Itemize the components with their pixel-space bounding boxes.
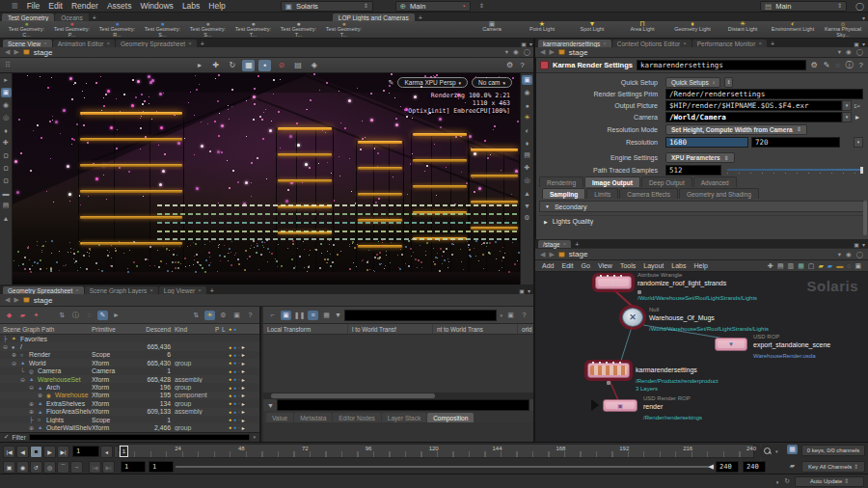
resolution-mode-button[interactable]: Set Height, Compute Width from Camera⇕ <box>665 124 807 135</box>
audio-icon[interactable]: ◉ <box>16 461 29 474</box>
gear-icon[interactable]: ⚙ <box>810 61 819 69</box>
grid-icon[interactable]: ▢ <box>808 262 815 270</box>
shelf-tool[interactable]: ● Test Geometry: T... <box>231 21 276 38</box>
viewport-tool-icon[interactable]: ✚ <box>209 60 222 71</box>
spreadsheet-tab[interactable]: Layer Stack <box>382 413 426 422</box>
expander-icon[interactable]: ⊕ <box>38 392 44 398</box>
range-start-icon[interactable]: |◀ <box>89 461 101 474</box>
visible-toggle-icon[interactable]: ● <box>229 352 231 358</box>
pane-menu-icon[interactable]: ▾ <box>862 241 865 248</box>
viewport-side-icon[interactable]: Ω <box>1 176 12 185</box>
shelf-tool[interactable]: ● Test Geometry: C... <box>4 21 49 38</box>
visible-toggle-icon[interactable]: ● <box>229 393 231 398</box>
pane-tab[interactable]: Log Viewer× <box>159 286 206 294</box>
export-icon[interactable]: ▣ <box>505 311 516 320</box>
spreadsheet-tab[interactable]: Metadata <box>294 413 332 422</box>
pane-tab[interactable]: Performance Monitor× <box>692 40 767 47</box>
column-header[interactable]: Local Transform <box>263 324 348 334</box>
desktop-selector[interactable]: ▣ Solaris ⇕ <box>281 1 373 12</box>
network-menu-item[interactable]: Tools <box>620 262 636 269</box>
scene-graph-row[interactable]: ⊕ ◉ Warehouse Xform 195 component ● ● - … <box>0 392 259 399</box>
loop-mode-icon[interactable]: ↺ <box>30 461 42 474</box>
close-tab-icon[interactable]: × <box>563 241 567 247</box>
viewport-tool-icon[interactable]: ↻ <box>226 60 238 71</box>
active-toggle-icon[interactable]: ● <box>233 368 236 374</box>
close-tab-icon[interactable]: × <box>149 287 153 293</box>
grip-icon[interactable]: ⠿ <box>5 61 11 69</box>
node-attribwrangle[interactable]: λ <box>595 276 632 289</box>
viewport-side-icon[interactable]: ◉ <box>1 100 12 110</box>
range-slider[interactable]: ◀ <box>176 466 712 468</box>
shelf-menu-icon[interactable]: ▾ <box>862 14 865 21</box>
node-render[interactable]: ▣ <box>603 399 637 412</box>
pane-tab[interactable]: karmarendersettings× <box>538 40 611 47</box>
node-chooser-icon[interactable]: ▸ <box>852 113 863 122</box>
camera-field[interactable]: /World/Camera <box>665 112 842 122</box>
resolution-height-field[interactable]: 720 <box>751 137 840 148</box>
shelf-tool[interactable]: ☀ Distant Light <box>718 21 768 38</box>
renderer-selector[interactable]: Karma XPU Persp▾ <box>397 77 468 88</box>
pane-tab[interactable]: Animation Editor× <box>53 40 115 47</box>
go-start-button[interactable]: |◀ <box>3 446 15 458</box>
message-log-icon[interactable]: ◗ <box>775 478 779 485</box>
params-icon[interactable]: ⇅ <box>57 311 68 320</box>
pin-icon[interactable]: ◉ <box>846 251 852 258</box>
network-menu-item[interactable]: View <box>598 262 612 269</box>
path-label[interactable]: stage <box>569 48 588 57</box>
column-header[interactable]: nt to World Trans <box>433 324 518 334</box>
close-tab-icon[interactable]: × <box>75 287 79 293</box>
viewport-gear-icon[interactable]: ⚙ <box>503 60 516 71</box>
expander-icon[interactable]: ⊖ <box>12 360 18 366</box>
scene-graph-row[interactable]: ⊕ ▲ FloorAreaShelves Xform 609,133 assem… <box>0 408 259 416</box>
column-filter-input[interactable] <box>344 310 498 321</box>
select-cursor-icon[interactable]: ▸ <box>242 376 245 383</box>
close-tab-icon[interactable]: × <box>106 41 110 46</box>
main-desktop-right[interactable]: ▤ Main ⇕ <box>760 1 847 12</box>
viewport-side-icon[interactable]: ⚙ <box>522 213 532 223</box>
linked-icon[interactable]: ◯ <box>524 48 530 56</box>
playback-start-field[interactable]: 1 <box>149 461 174 473</box>
vertical-splitter[interactable] <box>533 39 535 442</box>
active-toggle-icon[interactable]: ● <box>233 393 236 398</box>
recook-icon[interactable]: ↻ <box>784 477 790 485</box>
karma-tab[interactable]: Advanced <box>693 176 737 187</box>
spreadsheet-tab[interactable]: Value <box>266 413 293 422</box>
update-mode-selector[interactable]: Auto Update ⇕ <box>795 476 864 487</box>
scene-graph-row[interactable]: ├ ✦ Favorites ● ● - ▸ <box>0 335 259 342</box>
shelf-tool[interactable]: ♦ Geometry Light <box>667 21 718 38</box>
expander-icon[interactable]: ⊕ <box>29 400 36 407</box>
camera-dropdown-icon[interactable]: ▾ <box>842 112 852 122</box>
viewport-side-icon[interactable]: ● <box>522 100 532 110</box>
playback-end-field[interactable]: 240 <box>716 461 739 473</box>
spreadsheet-body[interactable] <box>263 335 533 393</box>
viewport-side-icon[interactable]: ▣ <box>522 75 532 85</box>
network-menu-item[interactable]: Labs <box>671 262 686 269</box>
output-dropdown-icon[interactable]: ▾ <box>842 100 852 111</box>
current-frame-field[interactable]: 1 <box>72 446 99 457</box>
brush-icon[interactable]: ✎ <box>823 61 831 69</box>
karma-subtab[interactable]: Geometry and Shading <box>679 188 759 199</box>
network-editor[interactable]: Solaris λ Attribute Wrangle randomize_ro… <box>535 272 868 442</box>
color-palette-icon[interactable]: ▦ <box>798 262 804 270</box>
visible-toggle-icon[interactable]: ● <box>229 400 231 406</box>
outline-icon[interactable]: ▤ <box>777 262 784 270</box>
help-icon[interactable]: ◯ <box>855 2 864 11</box>
menu-item[interactable]: Windows <box>140 1 173 11</box>
scene-graph-row[interactable]: ⊕ ○ Render Scope 6 ● ● - ▸ <box>0 351 259 359</box>
close-tab-icon[interactable]: × <box>43 41 47 46</box>
visible-toggle-icon[interactable]: ● <box>229 344 231 350</box>
pane-split-icon[interactable]: ▣ <box>519 287 525 294</box>
preset-icon[interactable]: ▰ <box>827 262 832 270</box>
active-toggle-icon[interactable]: ● <box>233 385 236 391</box>
linked-icon[interactable]: ◯ <box>856 251 863 258</box>
karma-subtab[interactable]: Sampling <box>542 188 585 199</box>
pane-tab[interactable]: Scene View× <box>3 40 52 47</box>
shelf-tool[interactable]: ● Test Geometry: S... <box>185 21 231 38</box>
h-scrollbar[interactable] <box>263 393 533 399</box>
key-colors-icon[interactable]: ▰ <box>787 461 798 471</box>
viewport-side-icon[interactable]: ◐ <box>522 125 532 135</box>
gear-icon[interactable]: ⚙ <box>218 311 229 320</box>
scroll-thumb[interactable] <box>271 393 435 398</box>
engine-settings-button[interactable]: XPU Parameters⇕ <box>665 152 735 163</box>
close-tab-icon[interactable]: × <box>758 41 762 46</box>
